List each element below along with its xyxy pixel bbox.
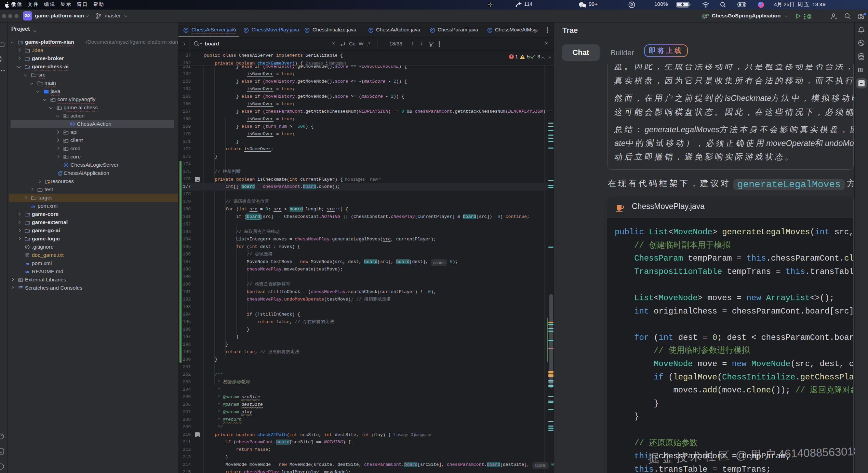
svg-text:m: m (26, 261, 29, 266)
svg-text:M: M (25, 270, 28, 274)
svg-text:C: C (245, 28, 248, 32)
svg-text:C: C (65, 163, 67, 167)
svg-text:C: C (185, 28, 187, 32)
svg-text:P: P (630, 3, 633, 8)
svg-text:?: ? (21, 286, 22, 288)
svg-text:C: C (59, 172, 61, 175)
svg-text:C: C (370, 28, 372, 32)
svg-text:C: C (71, 122, 74, 126)
svg-text:C: C (489, 28, 491, 32)
svg-text:m: m (31, 204, 35, 209)
